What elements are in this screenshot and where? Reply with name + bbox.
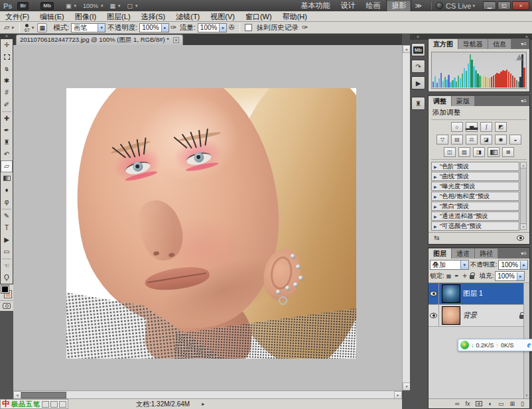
adjust-photo-filter-icon[interactable]: ◉	[495, 135, 507, 145]
adjust-invert-icon[interactable]: ◫	[444, 147, 456, 157]
tool-path-selection[interactable]: ▶	[1, 234, 13, 246]
layer-style-icon[interactable]: fx	[465, 401, 470, 407]
histogram-tab-navigator[interactable]: 导航器	[458, 39, 488, 49]
tablet-pressure-size-icon[interactable]: ✑	[302, 23, 308, 32]
ime-button[interactable]	[50, 401, 58, 408]
lock-position-icon[interactable]: ✛	[462, 273, 468, 279]
tool-eyedropper[interactable]: ✐	[1, 99, 13, 111]
layers-tab-paths[interactable]: 路径	[475, 249, 498, 259]
chevron-down-icon[interactable]: ▾	[98, 24, 105, 32]
adjust-channel-mixer-icon[interactable]: ◒	[509, 135, 521, 145]
menu-item-layer[interactable]: 图层(L)	[101, 11, 135, 22]
tool-hand[interactable]: ☜	[1, 260, 13, 272]
presets-scrollbar[interactable]: ▴▾	[520, 162, 527, 230]
scroll-down-icon[interactable]: ▾	[521, 223, 526, 229]
restore-button[interactable]: ◱	[498, 1, 511, 10]
blend-mode-select[interactable]: 叠加 ▾	[430, 260, 469, 270]
collapse-panels-icon[interactable]: «	[417, 34, 419, 40]
airbrush-icon[interactable]: ✇	[228, 23, 234, 32]
adjust-color-balance-icon[interactable]: ⚖	[466, 135, 478, 145]
histogram-panel-menu-icon[interactable]: ▾≡	[518, 39, 529, 49]
preset-black-white-presets[interactable]: ▶"黑白"预设	[431, 202, 519, 211]
histogram-tab-histogram[interactable]: 直方图	[429, 39, 458, 49]
lock-all-icon[interactable]	[470, 275, 474, 279]
tool-lasso[interactable]: ҩ	[1, 63, 13, 75]
view-extras-button[interactable]: ▣▾	[66, 3, 76, 9]
adjust-gradient-map-icon[interactable]	[488, 147, 499, 157]
spinner-icon[interactable]: ▸	[520, 261, 527, 269]
tool-zoom[interactable]: Ϙ	[1, 272, 13, 284]
tool-rectangle[interactable]: ▭	[1, 246, 13, 258]
minimize-button[interactable]: ▁	[483, 1, 496, 10]
mode-select[interactable]: 画笔 ▾	[71, 23, 105, 32]
workspace-essentials[interactable]: 基本功能	[296, 0, 334, 11]
tool-rectangular-marquee[interactable]	[1, 51, 13, 63]
eraser-tool-preset-icon[interactable]: ▱	[4, 23, 9, 32]
spinner-icon[interactable]: ▸	[517, 272, 524, 280]
preset-hue-saturation-presets[interactable]: ▶"色相/饱和度"预设	[431, 192, 519, 201]
preset-channel-mixer-presets[interactable]: ▶"通道混和器"预设	[431, 211, 519, 221]
brush-preset-picker[interactable]: 67	[25, 24, 30, 32]
tool-gradient[interactable]	[1, 172, 13, 184]
tool-move[interactable]: ✛	[1, 39, 13, 51]
expand-triangle-icon[interactable]: ▶	[434, 214, 437, 219]
clone-source-panel-button[interactable]: ♜	[411, 97, 425, 110]
histogram-tab-info[interactable]: 信息	[488, 39, 511, 49]
tool-history-brush[interactable]: ↶	[1, 148, 13, 160]
expand-triangle-icon[interactable]: ▶	[434, 164, 437, 169]
scroll-up-icon[interactable]: ▴	[521, 162, 526, 168]
adjust-exposure-icon[interactable]: ◩	[495, 122, 507, 132]
screen-mode-button[interactable]: ▢▾	[127, 3, 138, 9]
horizontal-scrollbar[interactable]: ◂ ▸	[13, 390, 402, 398]
layer-mask-icon[interactable]	[476, 401, 482, 406]
menu-item-view[interactable]: 视图(V)	[205, 11, 240, 22]
adjust-posterize-icon[interactable]: ▨	[458, 147, 470, 157]
workspace-overflow-icon[interactable]: ≫	[415, 2, 421, 9]
tool-pen[interactable]: ✎	[1, 210, 13, 222]
scroll-down-icon[interactable]: ▾	[524, 392, 529, 398]
tool-eraser[interactable]: ▱	[1, 160, 13, 172]
cached-data-warning-icon[interactable]	[516, 54, 523, 60]
scrollbar-thumb[interactable]	[21, 392, 66, 398]
actions-panel-button[interactable]: ▶	[411, 76, 425, 89]
expand-triangle-icon[interactable]: ▶	[434, 184, 437, 189]
menu-item-edit[interactable]: 编辑(E)	[34, 11, 70, 22]
ime-button[interactable]	[42, 401, 49, 408]
tool-clone-stamp[interactable]: ♜	[1, 137, 13, 148]
tool-spot-healing-brush[interactable]: ✚	[1, 113, 13, 125]
tool-crop[interactable]: #	[1, 87, 13, 99]
adjust-threshold-icon[interactable]: ◨	[473, 147, 485, 157]
layer-visibility-toggle[interactable]	[429, 283, 439, 304]
menu-item-image[interactable]: 图像(I)	[70, 11, 101, 22]
layer-group-icon[interactable]: ▭	[498, 401, 504, 407]
menu-item-file[interactable]: 文件(F)	[0, 11, 34, 22]
speedup-ball-icon[interactable]: ➤	[460, 341, 469, 349]
delete-layer-icon[interactable]: ▯	[521, 401, 524, 407]
adjust-black-white-icon[interactable]: ◪	[480, 135, 492, 145]
expand-triangle-icon[interactable]: ▶	[434, 224, 437, 229]
ime-language-indicator[interactable]: 中	[2, 400, 10, 408]
visibility-toggle-icon[interactable]	[517, 235, 524, 241]
history-panel-button[interactable]: ↷	[411, 60, 425, 73]
menu-item-window[interactable]: 窗口(W)	[240, 11, 277, 22]
tablet-pressure-opacity-icon[interactable]: ✑	[170, 23, 176, 32]
toolbox-collapse-icon[interactable]: »	[0, 34, 13, 39]
workspace-photography[interactable]: 摄影	[386, 0, 411, 12]
toggle-brush-panel-button[interactable]: ▦	[37, 23, 47, 32]
adjust-levels-icon[interactable]: ▂▅▃	[466, 122, 478, 132]
bridge-button[interactable]: Br	[17, 2, 34, 10]
adjust-curves-icon[interactable]: ∫	[480, 122, 492, 132]
workspace-painting[interactable]: 绘画	[361, 0, 385, 11]
adjustment-layer-icon[interactable]: ◐	[488, 401, 492, 407]
cs-live-button[interactable]: CS Live ▾	[436, 2, 475, 10]
expand-triangle-icon[interactable]: ▶	[434, 174, 437, 179]
layer-thumbnail[interactable]	[442, 284, 460, 303]
adjustments-tab-masks[interactable]: 蒙版	[452, 96, 475, 106]
adjust-vibrance-icon[interactable]: ▽	[436, 135, 448, 145]
layer-thumbnail[interactable]	[442, 306, 460, 325]
mini-bridge-panel-button[interactable]: Mb	[411, 43, 425, 56]
preset-levels-presets[interactable]: ▶"色阶"预设	[431, 162, 519, 171]
adjust-selective-color-icon[interactable]: ⊠	[502, 147, 514, 157]
network-speed-widget[interactable]: ➤ ↓ 0.2K/S ↑ 0K/S e	[458, 339, 532, 351]
adjustments-panel-menu-icon[interactable]: ▾≡	[518, 96, 529, 106]
